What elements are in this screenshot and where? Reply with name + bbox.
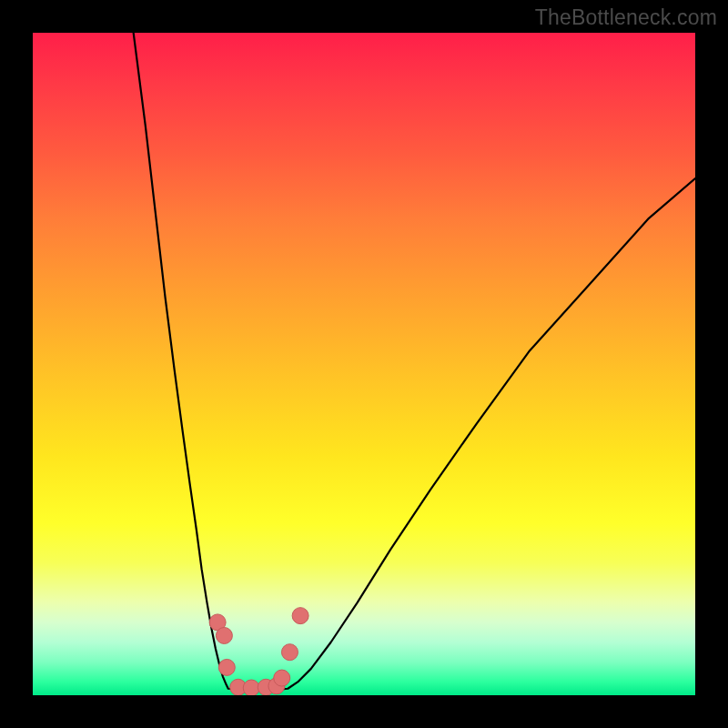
- curve-canvas: [33, 33, 695, 695]
- plot-area: [33, 33, 695, 695]
- highlight-point: [274, 670, 290, 686]
- bottleneck-curve: [134, 33, 695, 689]
- highlight-point: [216, 627, 232, 643]
- highlight-point: [218, 659, 235, 675]
- highlight-point: [243, 680, 259, 695]
- highlight-point: [292, 608, 308, 624]
- highlight-point: [281, 644, 298, 661]
- chart-frame: TheBottleneck.com: [0, 0, 728, 728]
- watermark-text: TheBottleneck.com: [535, 5, 717, 30]
